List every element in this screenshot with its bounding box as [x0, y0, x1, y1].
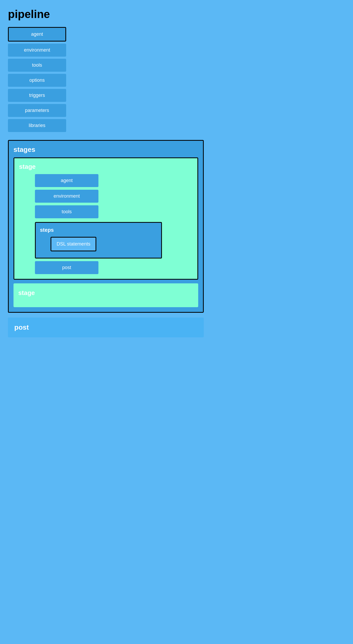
pipeline-agent-button[interactable]: agent	[8, 27, 66, 42]
stage-1-environment-button[interactable]: environment	[35, 190, 98, 203]
stage-box-1: stage agent environment tools steps DSL …	[13, 157, 198, 280]
pipeline-options-button[interactable]: options	[8, 74, 66, 87]
post-title: post	[14, 323, 197, 332]
stage-1-tools-button[interactable]: tools	[35, 205, 98, 218]
pipeline-parameters-button[interactable]: parameters	[8, 104, 66, 117]
pipeline-libraries-button[interactable]: libraries	[8, 119, 66, 132]
steps-container: steps DSL statements	[35, 222, 162, 258]
pipeline-buttons: agent environment tools options triggers…	[8, 27, 204, 132]
stage-2-title: stage	[18, 289, 193, 297]
stage-1-buttons: agent environment tools	[19, 174, 193, 218]
pipeline-triggers-button[interactable]: triggers	[8, 89, 66, 102]
stage-1-title: stage	[19, 163, 193, 170]
post-section: post	[8, 318, 204, 337]
pipeline-environment-button[interactable]: environment	[8, 44, 66, 57]
steps-title: steps	[40, 227, 157, 233]
stage-box-2: stage	[13, 283, 198, 307]
stage-1-post-button[interactable]: post	[35, 261, 98, 274]
dsl-statements-box[interactable]: DSL statements	[51, 237, 96, 251]
pipeline-tools-button[interactable]: tools	[8, 59, 66, 72]
stages-title: stages	[13, 146, 198, 154]
page-title: pipeline	[8, 8, 204, 21]
stage-1-agent-button[interactable]: agent	[35, 174, 98, 187]
stages-container: stages stage agent environment tools ste…	[8, 140, 204, 313]
